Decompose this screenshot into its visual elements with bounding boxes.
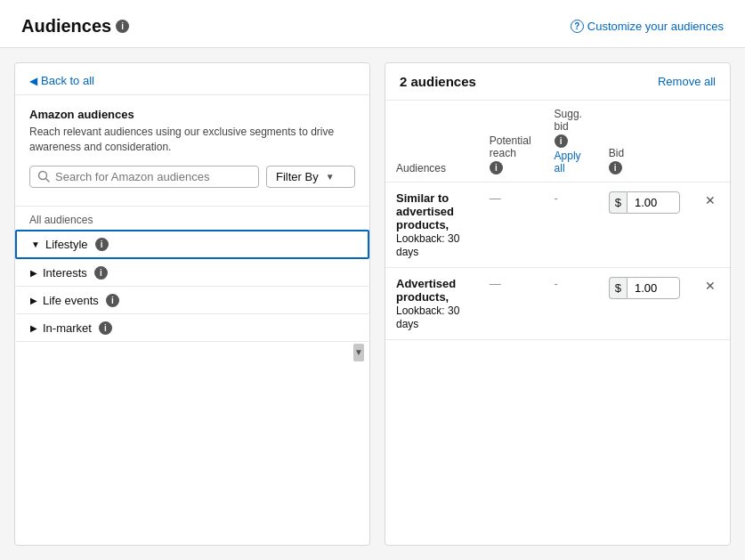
col-header-audiences: Audiences — [385, 101, 479, 183]
table-row: Advertised products, Lookback: 30 days —… — [385, 268, 730, 340]
scroll-spacer: ▼ — [15, 342, 369, 369]
customize-link[interactable]: ? Customize your audiences — [571, 20, 724, 33]
info-icon-bid[interactable]: i — [609, 161, 622, 174]
remove-cell-1: ✕ — [691, 183, 730, 268]
info-icon-life-events[interactable]: i — [106, 294, 119, 307]
info-icon-lifestyle[interactable]: i — [95, 238, 109, 251]
scroll-down-icon[interactable]: ▼ — [353, 344, 364, 361]
audience-label-in-market: In-market — [43, 321, 92, 335]
col-header-remove — [691, 101, 730, 183]
page-wrapper: Audiences i ? Customize your audiences ◀… — [0, 0, 745, 560]
filter-dropdown[interactable]: Filter By ▼ — [266, 166, 355, 188]
bid-cell-2: $ 1.00 — [598, 268, 691, 340]
bid-input-wrapper-2: $ 1.00 — [609, 277, 680, 299]
potential-reach-2: — — [479, 268, 544, 340]
bid-input-wrapper-1: $ 1.00 — [609, 191, 680, 214]
bid-input-1[interactable]: 1.00 — [627, 191, 680, 214]
remove-button-1[interactable]: ✕ — [701, 191, 719, 209]
search-input-wrapper — [29, 166, 259, 188]
dollar-sign-1: $ — [609, 191, 627, 214]
chevron-icon-lifestyle: ▼ — [31, 239, 40, 249]
info-icon-sugg-bid[interactable]: i — [555, 134, 568, 148]
back-link-text: Back to all — [41, 74, 94, 87]
search-icon — [37, 170, 50, 183]
remove-button-2[interactable]: ✕ — [701, 277, 719, 295]
audience-label-lifestyle: Lifestyle — [45, 238, 88, 251]
page-header: Audiences i ? Customize your audiences — [0, 0, 745, 48]
bid-input-2[interactable]: 1.00 — [627, 277, 680, 299]
title-info-icon[interactable]: i — [116, 20, 129, 33]
remove-cell-2: ✕ — [691, 268, 730, 340]
chevron-icon-in-market: ▶ — [30, 323, 37, 333]
bid-cell-1: $ 1.00 — [598, 183, 691, 268]
table-row: Similar to advertised products, Lookback… — [385, 183, 730, 268]
dollar-sign-2: $ — [609, 277, 627, 299]
back-link[interactable]: ◀ Back to all — [15, 63, 369, 95]
help-icon: ? — [571, 20, 584, 33]
customize-link-text: Customize your audiences — [587, 20, 724, 33]
col-header-sugg-bid: Sugg. bid i Apply all — [544, 101, 598, 183]
potential-reach-1: — — [479, 183, 544, 268]
filter-label: Filter By — [276, 170, 319, 183]
amazon-audiences-title: Amazon audiences — [29, 108, 355, 121]
back-arrow-icon: ◀ — [29, 75, 37, 87]
chevron-down-icon: ▼ — [326, 172, 335, 182]
remove-all-link[interactable]: Remove all — [658, 75, 716, 88]
audience-item-life-events[interactable]: ▶ Life events i — [15, 287, 369, 314]
audience-item-in-market[interactable]: ▶ In-market i — [15, 314, 369, 342]
col-header-potential-reach: Potential reach i — [479, 101, 544, 183]
right-panel-header: 2 audiences Remove all — [385, 63, 730, 101]
chevron-icon-life-events: ▶ — [30, 296, 37, 305]
audience-name-cell-1: Similar to advertised products, Lookback… — [385, 183, 479, 268]
info-icon-potential-reach[interactable]: i — [490, 161, 503, 174]
audience-item-interests[interactable]: ▶ Interests i — [15, 259, 369, 287]
audience-name-cell-2: Advertised products, Lookback: 30 days — [385, 268, 479, 340]
chevron-icon-interests: ▶ — [30, 268, 37, 278]
apply-all-link[interactable]: Apply all — [555, 150, 587, 174]
sugg-bid-2: - — [544, 268, 598, 340]
amazon-audiences-section: Amazon audiences Reach relevant audience… — [15, 95, 369, 197]
amazon-audiences-desc: Reach relevant audiences using our exclu… — [29, 125, 355, 155]
search-input[interactable] — [55, 170, 251, 183]
audiences-list-header: All audiences — [15, 206, 369, 230]
col-header-bid: Bid i — [598, 101, 691, 183]
audiences-scrollable[interactable]: ▼ Lifestyle i ▶ Interests i ▶ Life event… — [15, 230, 369, 545]
title-text: Audiences — [21, 16, 111, 37]
audience-label-interests: Interests — [43, 266, 87, 280]
audience-item-lifestyle[interactable]: ▼ Lifestyle i — [15, 230, 369, 259]
audience-label-life-events: Life events — [43, 294, 99, 307]
info-icon-in-market[interactable]: i — [99, 321, 112, 335]
all-audiences-label: All audiences — [29, 214, 93, 226]
audiences-table: Audiences Potential reach i Sugg. bid i — [385, 101, 730, 340]
left-panel: ◀ Back to all Amazon audiences Reach rel… — [14, 62, 370, 546]
right-panel: 2 audiences Remove all Audiences Potenti… — [385, 62, 731, 546]
info-icon-interests[interactable]: i — [94, 266, 108, 280]
svg-line-1 — [46, 179, 50, 183]
page-title: Audiences i — [21, 16, 129, 37]
sugg-bid-1: - — [544, 183, 598, 268]
main-content: ◀ Back to all Amazon audiences Reach rel… — [0, 48, 745, 560]
audiences-count: 2 audiences — [400, 74, 476, 89]
search-filter-row: Filter By ▼ — [29, 166, 355, 188]
